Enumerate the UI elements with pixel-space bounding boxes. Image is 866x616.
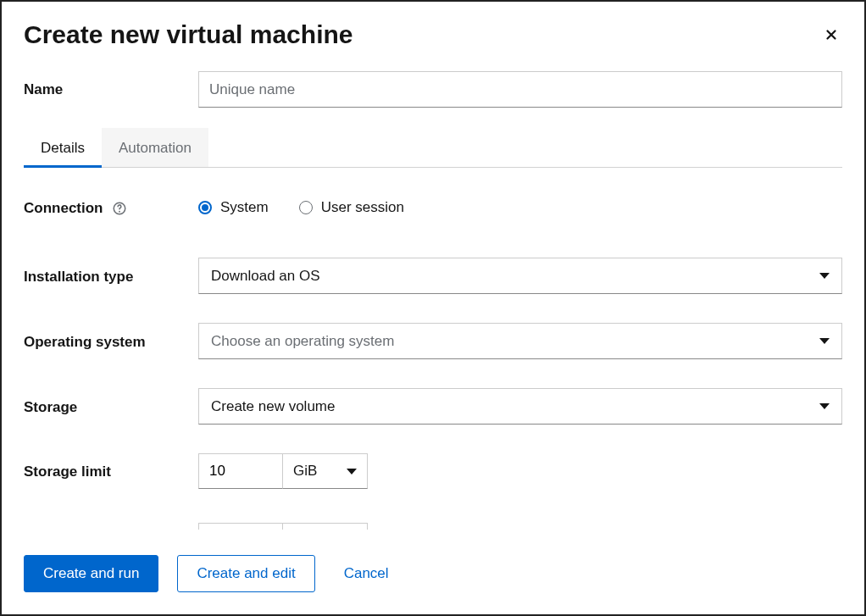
storage-limit-label: Storage limit xyxy=(24,462,198,480)
radio-label-user-session: User session xyxy=(321,199,404,216)
modal-title: Create new virtual machine xyxy=(24,20,353,49)
connection-label: Connection xyxy=(24,198,198,217)
storage-row: Storage Create new volume xyxy=(24,388,842,425)
cutoff-row xyxy=(24,523,842,530)
installation-type-label: Installation type xyxy=(24,267,198,286)
help-icon[interactable] xyxy=(112,201,127,216)
chevron-down-icon xyxy=(819,403,830,409)
name-row: Name xyxy=(24,71,842,108)
storage-limit-unit-value: GiB xyxy=(293,463,317,480)
storage-value: Create new volume xyxy=(211,398,335,415)
storage-limit-row: Storage limit GiB xyxy=(24,453,842,489)
tab-details[interactable]: Details xyxy=(24,128,102,167)
modal-footer: Create and run Create and edit Cancel xyxy=(2,533,864,614)
connection-label-text: Connection xyxy=(24,200,103,217)
close-button[interactable] xyxy=(820,24,842,46)
chevron-down-icon xyxy=(347,469,357,474)
operating-system-label: Operating system xyxy=(24,332,198,351)
tabs: Details Automation xyxy=(24,128,842,168)
storage-limit-unit-select[interactable]: GiB xyxy=(283,453,368,489)
modal-header: Create new virtual machine xyxy=(2,2,864,58)
radio-label-system: System xyxy=(220,199,269,216)
connection-radio-system[interactable]: System xyxy=(198,199,269,216)
connection-radio-user-session[interactable]: User session xyxy=(299,199,404,216)
operating-system-select[interactable]: Choose an operating system xyxy=(198,323,842,359)
name-input[interactable] xyxy=(198,71,842,108)
create-and-run-button[interactable]: Create and run xyxy=(24,555,158,592)
create-and-edit-button[interactable]: Create and edit xyxy=(177,555,314,592)
connection-row: Connection System User session xyxy=(24,198,842,217)
chevron-down-icon xyxy=(819,273,830,279)
storage-label: Storage xyxy=(24,397,198,416)
cutoff-unit-stub xyxy=(283,523,368,530)
storage-limit-group: GiB xyxy=(198,453,842,489)
svg-point-1 xyxy=(119,211,120,213)
modal-body: Name Details Automation Connection xyxy=(2,58,864,533)
connection-radio-group: System User session xyxy=(198,199,842,216)
radio-checked-icon xyxy=(198,201,212,214)
cutoff-input-stub xyxy=(198,523,283,530)
cancel-button[interactable]: Cancel xyxy=(334,556,399,591)
chevron-down-icon xyxy=(819,338,830,344)
installation-type-row: Installation type Download an OS xyxy=(24,258,842,294)
operating-system-row: Operating system Choose an operating sys… xyxy=(24,323,842,359)
storage-limit-input[interactable] xyxy=(198,453,283,489)
installation-type-value: Download an OS xyxy=(211,268,320,285)
radio-unchecked-icon xyxy=(299,201,313,214)
name-label: Name xyxy=(24,81,198,98)
operating-system-placeholder: Choose an operating system xyxy=(211,333,394,350)
installation-type-select[interactable]: Download an OS xyxy=(198,258,842,294)
tab-automation[interactable]: Automation xyxy=(102,128,208,167)
storage-select[interactable]: Create new volume xyxy=(198,388,842,425)
create-vm-modal: Create new virtual machine Name Details … xyxy=(0,0,866,616)
